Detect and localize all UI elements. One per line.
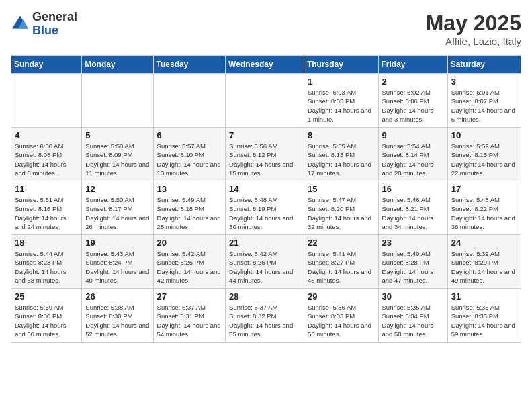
day-number: 10 [451,130,517,140]
day-info: Sunrise: 5:39 AM Sunset: 8:30 PM Dayligh… [15,303,78,338]
day-info: Sunrise: 5:35 AM Sunset: 8:35 PM Dayligh… [451,303,517,338]
day-info: Sunrise: 5:55 AM Sunset: 8:13 PM Dayligh… [308,142,375,177]
day-number: 15 [308,184,375,194]
day-info: Sunrise: 6:00 AM Sunset: 8:08 PM Dayligh… [15,142,78,177]
day-number: 22 [308,238,375,248]
calendar-cell: 4Sunrise: 6:00 AM Sunset: 8:08 PM Daylig… [11,128,82,181]
day-info: Sunrise: 5:43 AM Sunset: 8:24 PM Dayligh… [85,249,149,285]
day-info: Sunrise: 6:01 AM Sunset: 8:07 PM Dayligh… [451,88,517,124]
calendar-cell: 15Sunrise: 5:47 AM Sunset: 8:20 PM Dayli… [304,181,378,235]
day-number: 1 [308,77,375,87]
calendar-cell: 20Sunrise: 5:42 AM Sunset: 8:25 PM Dayli… [153,235,226,289]
weekday-header-thursday: Thursday [304,56,378,74]
day-info: Sunrise: 5:39 AM Sunset: 8:29 PM Dayligh… [451,249,517,285]
day-info: Sunrise: 5:52 AM Sunset: 8:15 PM Dayligh… [451,142,517,177]
day-number: 17 [451,184,517,194]
day-info: Sunrise: 5:51 AM Sunset: 8:16 PM Dayligh… [15,195,78,231]
day-info: Sunrise: 5:42 AM Sunset: 8:25 PM Dayligh… [157,249,222,285]
day-number: 11 [15,184,78,194]
day-info: Sunrise: 5:57 AM Sunset: 8:10 PM Dayligh… [157,142,222,177]
weekday-header-monday: Monday [82,56,153,74]
calendar-cell: 24Sunrise: 5:39 AM Sunset: 8:29 PM Dayli… [447,235,521,289]
logo-text: General Blue [32,11,77,38]
subtitle: Affile, Lazio, Italy [426,36,521,47]
calendar-cell: 12Sunrise: 5:50 AM Sunset: 8:17 PM Dayli… [82,181,153,235]
day-number: 23 [382,238,444,248]
day-number: 24 [451,238,517,248]
calendar-cell: 1Sunrise: 6:03 AM Sunset: 8:05 PM Daylig… [304,74,378,128]
page-header: General Blue May 2025 Affile, Lazio, Ita… [11,11,521,47]
day-number: 19 [85,238,149,248]
day-info: Sunrise: 5:37 AM Sunset: 8:32 PM Dayligh… [229,303,300,338]
day-number: 8 [308,130,375,140]
weekday-header-saturday: Saturday [447,56,521,74]
logo-icon [11,15,30,34]
day-number: 6 [157,130,222,140]
day-info: Sunrise: 5:47 AM Sunset: 8:20 PM Dayligh… [308,195,375,231]
calendar-cell: 17Sunrise: 5:45 AM Sunset: 8:22 PM Dayli… [447,181,521,235]
day-number: 3 [451,77,517,87]
calendar-cell: 28Sunrise: 5:37 AM Sunset: 8:32 PM Dayli… [226,289,304,342]
day-info: Sunrise: 5:41 AM Sunset: 8:27 PM Dayligh… [308,249,375,285]
day-number: 29 [308,291,375,302]
day-number: 28 [229,291,300,302]
calendar-cell: 8Sunrise: 5:55 AM Sunset: 8:13 PM Daylig… [304,128,378,181]
logo: General Blue [11,11,77,38]
day-info: Sunrise: 5:35 AM Sunset: 8:34 PM Dayligh… [382,303,444,338]
logo-blue: Blue [32,24,77,38]
day-info: Sunrise: 5:56 AM Sunset: 8:12 PM Dayligh… [229,142,300,177]
calendar-cell: 10Sunrise: 5:52 AM Sunset: 8:15 PM Dayli… [447,128,521,181]
calendar-cell: 19Sunrise: 5:43 AM Sunset: 8:24 PM Dayli… [82,235,153,289]
day-number: 14 [229,184,300,194]
calendar-cell [153,74,226,128]
calendar-cell [11,74,82,128]
day-number: 31 [451,291,517,302]
day-number: 7 [229,130,300,140]
day-number: 16 [382,184,444,194]
day-info: Sunrise: 5:54 AM Sunset: 8:14 PM Dayligh… [382,142,444,177]
calendar-cell: 25Sunrise: 5:39 AM Sunset: 8:30 PM Dayli… [11,289,82,342]
day-info: Sunrise: 5:42 AM Sunset: 8:26 PM Dayligh… [229,249,300,285]
calendar-cell: 30Sunrise: 5:35 AM Sunset: 8:34 PM Dayli… [378,289,447,342]
weekday-header-wednesday: Wednesday [226,56,304,74]
day-number: 20 [157,238,222,248]
day-info: Sunrise: 5:45 AM Sunset: 8:22 PM Dayligh… [451,195,517,231]
day-number: 30 [382,291,444,302]
day-info: Sunrise: 5:36 AM Sunset: 8:33 PM Dayligh… [308,303,375,338]
calendar-cell: 16Sunrise: 5:46 AM Sunset: 8:21 PM Dayli… [378,181,447,235]
calendar-cell [226,74,304,128]
calendar-cell [82,74,153,128]
title-block: May 2025 Affile, Lazio, Italy [426,11,521,47]
calendar-cell: 26Sunrise: 5:38 AM Sunset: 8:30 PM Dayli… [82,289,153,342]
calendar-cell: 5Sunrise: 5:58 AM Sunset: 8:09 PM Daylig… [82,128,153,181]
weekday-header-sunday: Sunday [11,56,82,74]
day-number: 9 [382,130,444,140]
main-title: May 2025 [426,11,521,36]
logo-general: General [32,11,77,24]
weekday-header-friday: Friday [378,56,447,74]
calendar-table: SundayMondayTuesdayWednesdayThursdayFrid… [11,55,521,342]
day-number: 2 [382,77,444,87]
calendar-cell: 2Sunrise: 6:02 AM Sunset: 8:06 PM Daylig… [378,74,447,128]
calendar-cell: 3Sunrise: 6:01 AM Sunset: 8:07 PM Daylig… [447,74,521,128]
calendar-cell: 29Sunrise: 5:36 AM Sunset: 8:33 PM Dayli… [304,289,378,342]
calendar-cell: 6Sunrise: 5:57 AM Sunset: 8:10 PM Daylig… [153,128,226,181]
day-number: 18 [15,238,78,248]
day-info: Sunrise: 5:46 AM Sunset: 8:21 PM Dayligh… [382,195,444,231]
day-info: Sunrise: 5:44 AM Sunset: 8:23 PM Dayligh… [15,249,78,285]
day-info: Sunrise: 5:37 AM Sunset: 8:31 PM Dayligh… [157,303,222,338]
calendar-cell: 27Sunrise: 5:37 AM Sunset: 8:31 PM Dayli… [153,289,226,342]
day-number: 21 [229,238,300,248]
calendar-cell: 9Sunrise: 5:54 AM Sunset: 8:14 PM Daylig… [378,128,447,181]
day-info: Sunrise: 5:48 AM Sunset: 8:19 PM Dayligh… [229,195,300,231]
day-number: 27 [157,291,222,302]
weekday-header-tuesday: Tuesday [153,56,226,74]
day-number: 25 [15,291,78,302]
calendar-cell: 21Sunrise: 5:42 AM Sunset: 8:26 PM Dayli… [226,235,304,289]
day-number: 13 [157,184,222,194]
day-info: Sunrise: 5:38 AM Sunset: 8:30 PM Dayligh… [85,303,149,338]
day-number: 4 [15,130,78,140]
calendar-cell: 11Sunrise: 5:51 AM Sunset: 8:16 PM Dayli… [11,181,82,235]
calendar-cell: 13Sunrise: 5:49 AM Sunset: 8:18 PM Dayli… [153,181,226,235]
calendar-cell: 31Sunrise: 5:35 AM Sunset: 8:35 PM Dayli… [447,289,521,342]
